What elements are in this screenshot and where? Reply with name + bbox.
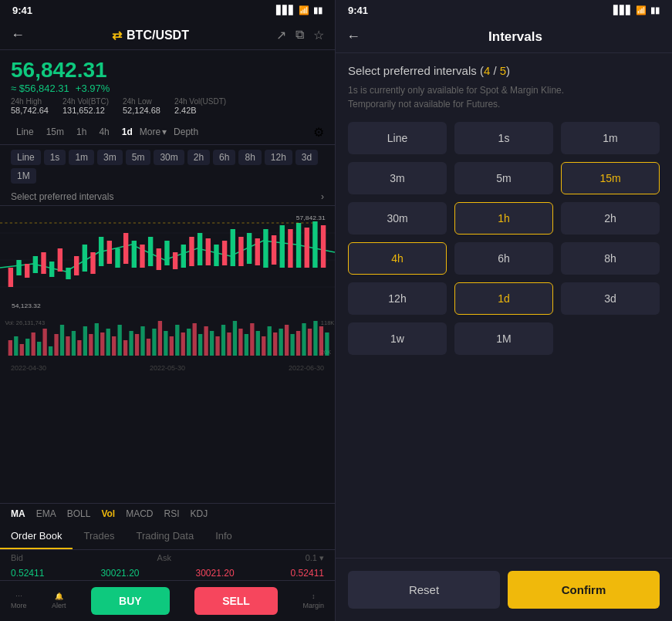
interval-1m[interactable]: 1m (69, 150, 94, 165)
svg-rect-79 (175, 325, 179, 356)
confirm-button[interactable]: Confirm (508, 571, 660, 609)
tab-4h[interactable]: 4h (93, 124, 114, 140)
chart-dates: 2022-04-30 2022-05-30 2022-06-30 (0, 363, 335, 373)
interval-30m[interactable]: 30m (154, 150, 184, 165)
svg-rect-70 (123, 340, 127, 356)
interval-option-4h[interactable]: 4h (348, 242, 447, 275)
svg-rect-90 (238, 329, 242, 356)
alert-label: Alert (52, 602, 66, 609)
info-text: 1s is currently only available for Spot … (336, 80, 672, 122)
count-current: 4 (484, 64, 490, 77)
copy-icon[interactable]: ⧉ (295, 28, 304, 42)
interval-option-1s[interactable]: 1s (454, 122, 553, 154)
tab-line[interactable]: Line (11, 124, 39, 140)
interval-option-line[interactable]: Line (348, 122, 447, 154)
svg-rect-24 (173, 252, 177, 269)
interval-option-8h[interactable]: 8h (561, 242, 660, 275)
svg-rect-37 (280, 225, 285, 268)
tab-info[interactable]: Info (204, 524, 243, 549)
interval-1m-big[interactable]: 1M (11, 168, 36, 184)
high-stat: 24h High 58,742.64 (11, 97, 49, 115)
indicator-boll[interactable]: BOLL (67, 508, 91, 519)
bottom-bar: ⋯ More 🔔 Alert BUY SELL ↕ Margin (0, 580, 335, 621)
more-icon: ⋯ (15, 592, 22, 600)
select-intervals-bar[interactable]: Select preferred intervals › (0, 188, 335, 206)
svg-rect-92 (250, 323, 254, 356)
select-intervals-title: Select preferred intervals (4 / 5) (336, 53, 672, 80)
indicator-macd[interactable]: MACD (126, 508, 153, 519)
svg-rect-31 (231, 229, 235, 266)
interval-3d[interactable]: 3d (295, 150, 318, 165)
svg-rect-105 (325, 332, 329, 356)
back-button-right[interactable]: ← (346, 29, 360, 45)
back-button[interactable]: ← (11, 27, 25, 43)
interval-2h[interactable]: 2h (187, 150, 210, 165)
nav-more[interactable]: ⋯ More (11, 592, 27, 609)
buy-button[interactable]: BUY (91, 587, 170, 615)
svg-rect-51 (14, 336, 18, 356)
tab-more[interactable]: More ▾ (140, 127, 167, 137)
tab-trading-data[interactable]: Trading Data (125, 524, 204, 549)
svg-rect-34 (255, 238, 260, 265)
indicator-ema[interactable]: EMA (36, 508, 56, 519)
nav-alert[interactable]: 🔔 Alert (52, 592, 66, 609)
header-action-icons: ↗ ⧉ ☆ (276, 28, 324, 42)
interval-option-30m[interactable]: 30m (348, 202, 447, 235)
svg-rect-53 (25, 339, 29, 356)
star-icon[interactable]: ☆ (313, 28, 324, 42)
nav-margin[interactable]: ↕ Margin (302, 592, 324, 609)
bid-label: Bid (11, 553, 23, 563)
tab-15m[interactable]: 15m (41, 124, 69, 140)
share-icon[interactable]: ↗ (276, 28, 286, 42)
interval-option-1w[interactable]: 1w (348, 322, 447, 355)
sell-button[interactable]: SELL (194, 587, 278, 615)
vol-usdt-stat: 24h Vol(USDT) 2.42B (174, 97, 226, 115)
interval-option-1M[interactable]: 1M (454, 322, 553, 355)
svg-rect-12 (74, 256, 79, 275)
interval-5m[interactable]: 5m (126, 150, 151, 165)
tab-1d[interactable]: 1d (117, 124, 138, 140)
interval-option-1m[interactable]: 1m (561, 122, 660, 154)
reset-button[interactable]: Reset (348, 571, 500, 609)
status-icons-left: ▋▋▋ 📶 ▮▮ (276, 5, 322, 15)
status-bar-left: 9:41 ▋▋▋ 📶 ▮▮ (0, 0, 335, 21)
arrow-right-icon: › (321, 191, 324, 202)
tab-1h[interactable]: 1h (71, 124, 92, 140)
intervals-header: ← Intervals (336, 21, 672, 53)
tab-order-book[interactable]: Order Book (0, 524, 73, 549)
interval-option-2h[interactable]: 2h (561, 202, 660, 235)
interval-option-15m[interactable]: 15m (561, 162, 660, 194)
interval-1s[interactable]: 1s (44, 150, 66, 165)
svg-rect-17 (115, 248, 120, 268)
indicator-vol[interactable]: Vol (101, 508, 115, 519)
indicator-kdj[interactable]: KDJ (191, 508, 208, 519)
svg-rect-6 (25, 264, 29, 278)
indicator-rsi[interactable]: RSI (164, 508, 180, 519)
interval-8h[interactable]: 8h (238, 150, 261, 165)
svg-rect-60 (66, 336, 69, 356)
interval-line[interactable]: Line (11, 150, 41, 165)
tab-trades[interactable]: Trades (73, 524, 125, 549)
status-icons-right: ▋▋▋ 📶 ▮▮ (613, 5, 660, 15)
interval-option-1d[interactable]: 1d (454, 282, 553, 315)
interval-option-12h[interactable]: 12h (348, 282, 447, 315)
tab-depth[interactable]: Depth (168, 124, 204, 140)
settings-icon[interactable]: ⚙ (313, 125, 324, 140)
interval-option-1h[interactable]: 1h (454, 202, 553, 235)
interval-12h[interactable]: 12h (265, 150, 292, 165)
svg-rect-67 (106, 329, 110, 356)
interval-3m[interactable]: 3m (97, 150, 123, 165)
interval-6h[interactable]: 6h (213, 150, 235, 165)
interval-option-6h[interactable]: 6h (454, 242, 553, 275)
svg-rect-55 (37, 342, 41, 356)
svg-rect-61 (72, 331, 76, 356)
interval-option-5m[interactable]: 5m (454, 162, 553, 194)
svg-rect-75 (152, 329, 156, 356)
main-price: 56,842.31 (11, 58, 324, 83)
svg-rect-103 (313, 321, 317, 356)
interval-option-3m[interactable]: 3m (348, 162, 447, 194)
interval-option-3d[interactable]: 3d (561, 282, 660, 315)
indicator-ma[interactable]: MA (11, 508, 25, 519)
vol-btc-stat: 24h Vol(BTC) 131,652.12 (62, 97, 109, 115)
svg-text:57,842.31: 57,842.31 (296, 214, 326, 221)
